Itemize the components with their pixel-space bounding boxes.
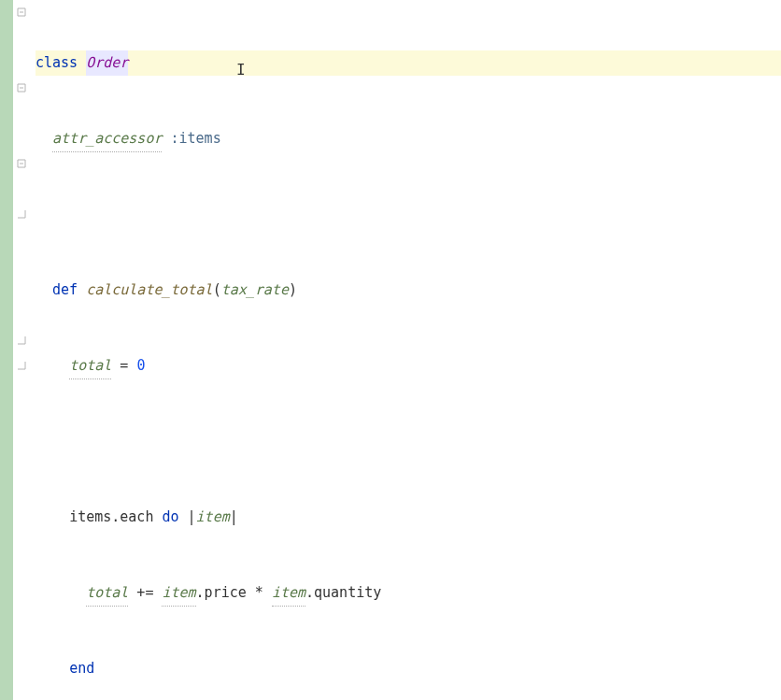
fold-end-icon[interactable] [15, 334, 28, 347]
fold-icon[interactable] [15, 157, 28, 170]
code-line[interactable] [36, 429, 781, 454]
parameter: item [196, 505, 230, 530]
identifier: attr_accessor [52, 126, 162, 152]
number: 0 [136, 353, 145, 379]
identifier: item [272, 580, 305, 607]
code-line[interactable]: class Order [36, 50, 781, 76]
code-line[interactable]: I [36, 202, 781, 227]
code-line[interactable]: end [36, 656, 781, 681]
text-cursor-icon: I [236, 57, 246, 82]
code-line[interactable]: total += item.price * item.quantity [36, 580, 781, 606]
parameter: tax_rate [221, 278, 289, 303]
keyword: end [69, 656, 94, 681]
gutter [13, 0, 36, 700]
keyword: def [52, 278, 78, 303]
class-name: Order [86, 50, 128, 76]
identifier: total [86, 580, 128, 607]
code-line[interactable]: items.each do |item| [36, 505, 781, 530]
keyword: class [36, 50, 78, 76]
code-line[interactable]: def calculate_total(tax_rate) [36, 278, 781, 303]
code-editor[interactable]: class Order attr_accessor :items I def c… [36, 0, 781, 700]
symbol: :items [171, 126, 221, 151]
code-line[interactable]: attr_accessor :items [36, 126, 781, 151]
fold-end-icon[interactable] [15, 359, 28, 372]
fold-icon[interactable] [15, 81, 28, 94]
left-margin-bar [0, 0, 13, 700]
keyword: do [162, 505, 178, 530]
code-line[interactable]: total = 0 [36, 353, 781, 379]
method-name: calculate_total [86, 278, 212, 303]
identifier: item [162, 580, 195, 607]
identifier: total [69, 353, 111, 379]
fold-end-icon[interactable] [15, 207, 28, 221]
fold-icon[interactable] [15, 6, 28, 19]
